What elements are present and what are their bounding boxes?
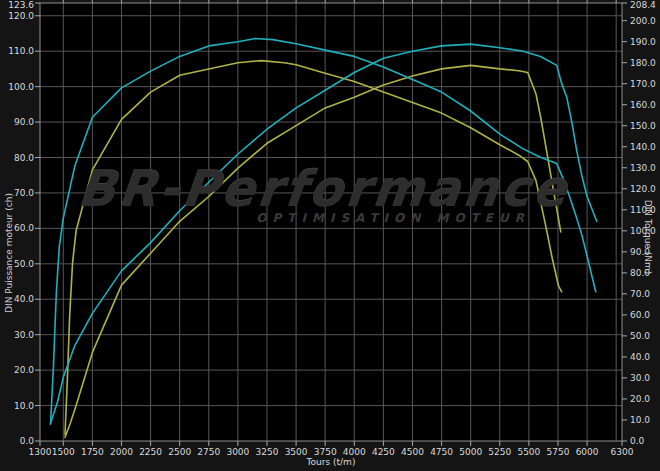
plot-border bbox=[40, 3, 622, 441]
dyno-chart: 123.6120.0110.0100.090.080.070.060.050.0… bbox=[0, 0, 660, 471]
y-right-tick-label: 50.0 bbox=[630, 331, 650, 341]
y-right-tick-label: 150.0 bbox=[630, 121, 656, 131]
curve-power_stock bbox=[65, 65, 561, 437]
y-right-tick-label: 0.0 bbox=[630, 436, 644, 446]
x-axis-tick-label: 6300 bbox=[602, 447, 642, 457]
y-right-tick-label: 140.0 bbox=[630, 142, 656, 152]
plot-canvas bbox=[0, 0, 660, 471]
y-right-tick-label: 160.0 bbox=[630, 100, 656, 110]
y-right-tick-label: 180.0 bbox=[630, 58, 656, 68]
y-right-tick-label: 20.0 bbox=[630, 394, 650, 404]
y-right-tick-label: 200.0 bbox=[630, 16, 656, 26]
y-left-tick-label: 100.0 bbox=[0, 82, 34, 92]
y-axis-right-title: DIN Torque (Nm) bbox=[643, 162, 653, 312]
y-right-tick-label: 190.0 bbox=[630, 37, 656, 47]
y-left-tick-label: 110.0 bbox=[0, 46, 34, 56]
y-left-tick-label: 0.0 bbox=[0, 436, 34, 446]
y-right-tick-label: 30.0 bbox=[630, 373, 650, 383]
y-left-tick-label: 120.0 bbox=[0, 11, 34, 21]
y-left-tick-label: 30.0 bbox=[0, 330, 34, 340]
y-left-tick-label: 80.0 bbox=[0, 153, 34, 163]
x-axis-title: Tours (t/m) bbox=[231, 457, 431, 467]
y-right-tick-label: 10.0 bbox=[630, 415, 650, 425]
y-right-tick-label: 208.4 bbox=[630, 0, 656, 10]
y-right-tick-label: 40.0 bbox=[630, 352, 650, 362]
y-left-tick-label: 123.6 bbox=[0, 0, 34, 10]
curve-power_tuned bbox=[51, 44, 597, 423]
y-left-tick-label: 10.0 bbox=[0, 401, 34, 411]
y-left-tick-label: 20.0 bbox=[0, 365, 34, 375]
curve-torque_stock bbox=[65, 61, 562, 435]
y-axis-left-title: DIN Puissance moteur (ch) bbox=[4, 178, 14, 328]
y-left-tick-label: 90.0 bbox=[0, 117, 34, 127]
curve-torque_tuned bbox=[51, 39, 596, 425]
y-right-tick-label: 170.0 bbox=[630, 79, 656, 89]
